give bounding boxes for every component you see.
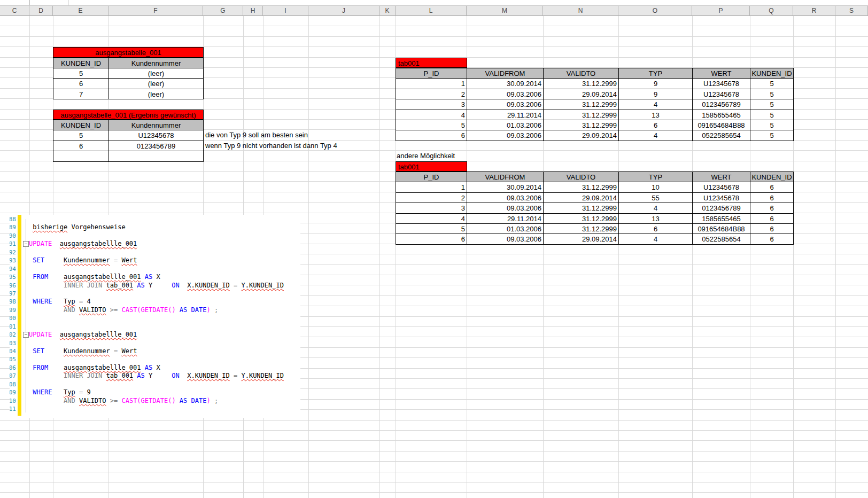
table-cell[interactable]: 09.03.2006 <box>467 193 544 203</box>
table-cell[interactable]: 091654684B88 <box>693 120 750 130</box>
table-cell[interactable]: 10 <box>619 182 693 192</box>
table-cell[interactable]: 31.12.2999 <box>544 182 619 192</box>
column-label-cell[interactable]: WERT <box>693 68 750 79</box>
table-cell[interactable]: 31.12.2999 <box>544 110 619 120</box>
column-header-G[interactable]: G <box>203 6 243 16</box>
table-cell[interactable]: 29.09.2014 <box>544 89 619 99</box>
table-cell[interactable]: 5 <box>396 120 467 130</box>
table-cell[interactable]: 0123456789 <box>693 203 750 213</box>
table-cell[interactable]: 01.03.2006 <box>467 224 544 234</box>
column-header-F[interactable]: F <box>108 6 203 16</box>
column-header-O[interactable]: O <box>618 6 692 16</box>
table-cell[interactable]: 4 <box>619 234 693 244</box>
collapse-minus-icon[interactable]: − <box>23 332 29 338</box>
table-cell[interactable]: 4 <box>619 99 693 110</box>
column-header-I[interactable]: I <box>263 6 308 16</box>
column-header-M[interactable]: M <box>467 6 543 16</box>
table-cell[interactable]: 6 <box>750 234 794 244</box>
tab001-table-a[interactable]: P_IDVALIDFROMVALIDTOTYPWERTKUNDEN_ID130.… <box>396 68 794 141</box>
table-cell[interactable]: 6 <box>750 203 794 213</box>
table-cell[interactable]: 29.09.2014 <box>544 130 619 141</box>
table-cell[interactable]: 2 <box>396 193 467 203</box>
table-cell[interactable]: 31.12.2999 <box>544 203 619 213</box>
table-cell[interactable]: 13 <box>619 214 693 224</box>
table-cell[interactable]: 01.03.2006 <box>467 120 544 130</box>
column-label-cell[interactable]: KUNDEN_ID <box>750 68 794 79</box>
table-cell[interactable]: 6 <box>750 193 794 203</box>
table-cell[interactable]: 09.03.2006 <box>467 89 544 99</box>
table-cell[interactable]: 30.09.2014 <box>467 79 544 89</box>
table-cell[interactable]: 0522585654 <box>693 234 750 244</box>
column-header-J[interactable]: J <box>308 6 379 16</box>
tab001-a-label-cell[interactable]: tab001 <box>396 58 467 68</box>
column-header-L[interactable]: L <box>396 6 467 16</box>
table-cell[interactable]: 4 <box>619 203 693 213</box>
column-label-cell[interactable]: Kundennummer <box>109 58 204 68</box>
table-cell[interactable]: 30.09.2014 <box>467 182 544 192</box>
table-cell[interactable]: 7 <box>53 89 109 99</box>
table-cell[interactable]: 6 <box>619 120 693 130</box>
column-header-D[interactable]: D <box>29 6 53 16</box>
table-cell[interactable]: U12345678 <box>109 130 204 141</box>
column-label-cell[interactable]: TYP <box>619 68 693 79</box>
table-cell[interactable]: 5 <box>750 130 794 141</box>
column-label-cell[interactable]: VALIDFROM <box>467 68 544 79</box>
column-header-E[interactable]: E <box>53 6 108 16</box>
table-cell[interactable]: 9 <box>619 89 693 99</box>
table2-ergebnis[interactable]: KUNDEN_IDKundennummer5U12345678601234567… <box>53 120 204 162</box>
table-cell[interactable]: 091654684B88 <box>693 224 750 234</box>
column-header-R[interactable]: R <box>793 6 835 16</box>
table-cell[interactable]: 2 <box>396 89 467 99</box>
column-label-cell[interactable]: TYP <box>619 172 693 182</box>
table-cell[interactable]: 31.12.2999 <box>544 120 619 130</box>
tab001-table-b[interactable]: P_IDVALIDFROMVALIDTOTYPWERTKUNDEN_ID130.… <box>396 172 794 245</box>
table-cell[interactable]: 13 <box>619 110 693 120</box>
table-cell[interactable]: U12345678 <box>693 193 750 203</box>
table-cell[interactable]: 31.12.2999 <box>544 224 619 234</box>
table-cell[interactable] <box>53 151 109 161</box>
column-header-N[interactable]: N <box>543 6 618 16</box>
table-cell[interactable]: U12345678 <box>693 89 750 99</box>
table-cell[interactable]: 6 <box>750 224 794 234</box>
tab001-b-label-cell[interactable]: tab001 <box>396 161 467 172</box>
column-label-cell[interactable]: VALIDTO <box>544 68 619 79</box>
table-cell[interactable]: U12345678 <box>693 182 750 192</box>
column-label-cell[interactable]: VALIDTO <box>544 172 619 182</box>
table-cell[interactable]: 6 <box>53 79 109 89</box>
table-cell[interactable]: 1 <box>396 182 467 192</box>
table-cell[interactable]: 1585655465 <box>693 110 750 120</box>
table-cell[interactable]: 09.03.2006 <box>467 99 544 110</box>
column-label-cell[interactable]: VALIDFROM <box>467 172 544 182</box>
table2-title-cell[interactable]: ausgangstabelle_001 (Ergebnis gewünscht) <box>53 110 204 120</box>
table-cell[interactable]: (leer) <box>109 89 204 99</box>
column-header-K[interactable]: K <box>379 6 396 16</box>
column-label-cell[interactable]: KUNDEN_ID <box>750 172 794 182</box>
table-cell[interactable]: (leer) <box>109 68 204 79</box>
column-label-cell[interactable]: KUNDEN_ID <box>53 58 109 68</box>
note-typ9-preferred[interactable]: die von Typ 9 soll am besten sein <box>205 130 308 140</box>
table-cell[interactable]: 29.09.2014 <box>544 234 619 244</box>
caption-andere-moeglichkeit[interactable]: andere Möglichkeit <box>397 151 455 161</box>
table-cell[interactable]: 5 <box>750 89 794 99</box>
table-cell[interactable]: 9 <box>619 79 693 89</box>
table1-ausgangstabelle[interactable]: KUNDEN_IDKundennummer5(leer)6(leer)7(lee… <box>53 58 204 100</box>
table-cell[interactable]: 09.03.2006 <box>467 203 544 213</box>
column-label-cell[interactable]: P_ID <box>396 172 467 182</box>
table-cell[interactable]: 31.12.2999 <box>544 79 619 89</box>
table-cell[interactable]: 0123456789 <box>109 141 204 151</box>
table-cell[interactable]: 6 <box>396 130 467 141</box>
table-cell[interactable]: 0123456789 <box>693 99 750 110</box>
column-header-H[interactable]: H <box>243 6 263 16</box>
table-cell[interactable]: (leer) <box>109 79 204 89</box>
table-cell[interactable]: 55 <box>619 193 693 203</box>
table-cell[interactable]: 5 <box>750 110 794 120</box>
note-typ4-fallback[interactable]: wenn Typ 9 nicht vorhanden ist dann Typ … <box>205 141 337 151</box>
table-cell[interactable]: U12345678 <box>693 79 750 89</box>
table-cell[interactable]: 1 <box>396 79 467 89</box>
column-label-cell[interactable]: Kundennummer <box>109 120 204 130</box>
table-cell[interactable]: 31.12.2999 <box>544 214 619 224</box>
column-label-cell[interactable]: KUNDEN_ID <box>53 120 109 130</box>
column-header-Q[interactable]: Q <box>750 6 793 16</box>
table-cell[interactable]: 6 <box>619 224 693 234</box>
table-cell[interactable]: 29.09.2014 <box>544 193 619 203</box>
